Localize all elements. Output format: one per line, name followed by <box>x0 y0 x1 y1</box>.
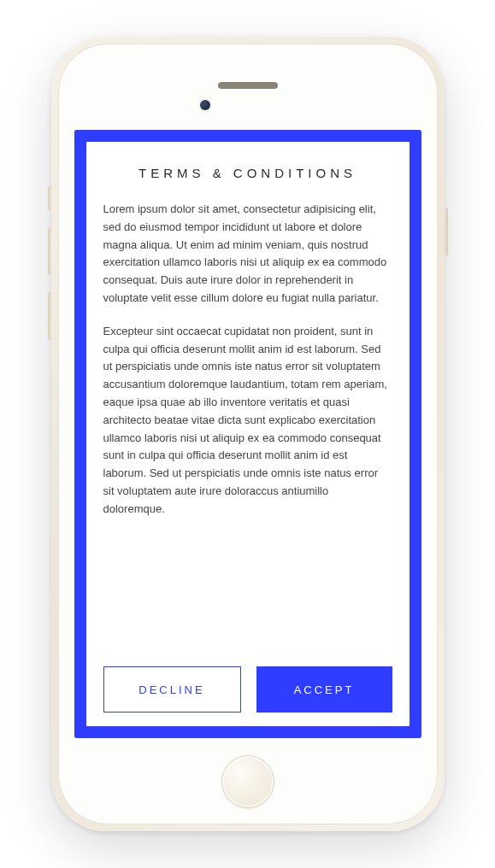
dialog-button-row: DECLINE ACCEPT <box>103 656 392 713</box>
phone-speaker <box>218 82 278 89</box>
volume-up-button <box>48 227 51 275</box>
home-button[interactable] <box>221 755 274 808</box>
accept-button[interactable]: ACCEPT <box>256 666 392 713</box>
phone-camera <box>200 100 210 110</box>
dialog-frame: TERMS & CONDITIONS Lorem ipsum dolor sit… <box>74 130 421 738</box>
phone-screen: TERMS & CONDITIONS Lorem ipsum dolor sit… <box>74 130 421 738</box>
phone-body: TERMS & CONDITIONS Lorem ipsum dolor sit… <box>58 44 438 824</box>
dialog-paragraph-1: Lorem ipsum dolor sit amet, consectetur … <box>103 201 392 308</box>
phone-side-buttons-left <box>48 186 51 340</box>
dialog-title: TERMS & CONDITIONS <box>103 166 392 180</box>
dialog-paragraph-2: Excepteur sint occaecat cupidatat non pr… <box>103 323 392 519</box>
power-button <box>445 208 448 255</box>
phone-side-buttons-right <box>445 208 448 255</box>
volume-down-button <box>48 292 51 340</box>
phone-frame: TERMS & CONDITIONS Lorem ipsum dolor sit… <box>51 37 445 831</box>
decline-button[interactable]: DECLINE <box>103 666 241 713</box>
terms-dialog: TERMS & CONDITIONS Lorem ipsum dolor sit… <box>86 142 410 726</box>
mute-switch <box>48 186 51 210</box>
